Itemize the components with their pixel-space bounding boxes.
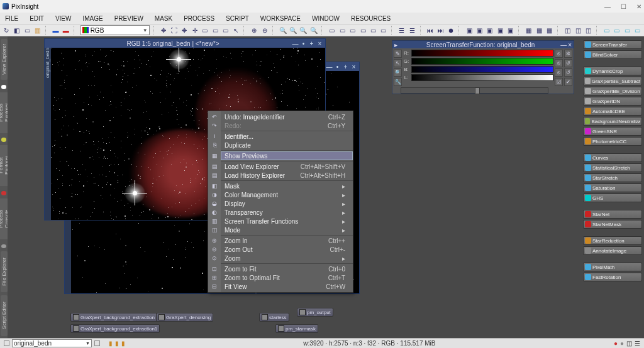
mag3-icon[interactable]: 🔍: [299, 26, 307, 35]
mon3-icon[interactable]: ▭: [623, 26, 631, 35]
process-icon[interactable]: StatisticalStretch: [583, 163, 642, 172]
save-icon[interactable]: ▬: [52, 26, 59, 35]
nav1-icon[interactable]: ⏮: [426, 26, 434, 35]
menu-mask[interactable]: MASK: [155, 15, 172, 22]
mag1-icon[interactable]: 🔍: [279, 26, 286, 35]
tab-script-editor[interactable]: Script Editor: [1, 295, 8, 336]
panel5-icon[interactable]: ▭: [369, 26, 377, 35]
stf-apply-icon[interactable]: ✔: [564, 78, 572, 86]
close-icon[interactable]: ×: [350, 63, 357, 70]
close-icon[interactable]: ×: [568, 41, 572, 48]
ctx-item[interactable]: Zoom InCtrl++: [221, 236, 353, 245]
shade-icon[interactable]: •: [300, 40, 307, 47]
rect-icon[interactable]: ▭: [201, 26, 209, 35]
hist1-icon[interactable]: ☰: [398, 26, 406, 35]
lay4-icon[interactable]: ▣: [496, 26, 504, 35]
panel6-icon[interactable]: ▭: [380, 26, 387, 35]
hist2-icon[interactable]: ☰: [408, 26, 416, 35]
maximize-button[interactable]: ☐: [621, 3, 626, 10]
stf-link2-icon[interactable]: ⎋: [555, 59, 563, 67]
rect3-icon[interactable]: ▭: [222, 26, 230, 35]
minimize-button[interactable]: —: [604, 3, 611, 10]
minimize-icon[interactable]: —: [326, 63, 333, 70]
stf-link-icon[interactable]: ⎋: [555, 50, 563, 58]
rect2-icon[interactable]: ▭: [211, 26, 219, 35]
menu-resources[interactable]: RESOURCES: [351, 15, 391, 22]
lay1-icon[interactable]: ▣: [465, 26, 473, 35]
stf-window[interactable]: ▸ ScreenTransferFunction: original_bedn …: [392, 40, 574, 94]
panel1-icon[interactable]: ▭: [328, 26, 336, 35]
stf-zoom-icon[interactable]: 🔍: [394, 68, 402, 77]
ctx-item[interactable]: Redo: Ctrl+Y: [221, 121, 353, 130]
win3-icon[interactable]: ◫: [584, 26, 592, 35]
ctx-item[interactable]: Mode▸: [221, 226, 353, 234]
stf-channel-row[interactable]: R:: [403, 50, 553, 57]
reset-icon[interactable]: ↻: [3, 26, 10, 35]
ctx-item[interactable]: Zoom to Optimal FitCtrl+T: [221, 273, 353, 282]
stf-channel-row[interactable]: B:: [403, 66, 553, 73]
crosshair-icon[interactable]: ✛: [191, 26, 198, 35]
process-icon[interactable]: FastRotation: [583, 273, 642, 281]
open-icon[interactable]: ▥: [33, 26, 41, 35]
process-icon[interactable]: DynamicCrop: [583, 67, 642, 75]
grid1-icon[interactable]: ▦: [525, 26, 533, 35]
minimize-icon[interactable]: —: [292, 40, 299, 47]
channel-combo[interactable]: ▼: [80, 25, 150, 35]
panel3-icon[interactable]: ▭: [348, 26, 356, 35]
ctx-item[interactable]: Mask▸: [221, 182, 353, 190]
stf-reset-icon[interactable]: ↺: [564, 59, 572, 67]
lay2-icon[interactable]: ▣: [475, 26, 483, 35]
mag4-icon[interactable]: 🔍: [310, 26, 318, 35]
minimized-image-tab[interactable]: starless: [259, 313, 289, 322]
process-icon[interactable]: StarNet: [583, 210, 642, 219]
process-icon[interactable]: AnnotateImage: [583, 246, 642, 255]
pointer-icon[interactable]: ✥: [160, 26, 167, 35]
process-icon[interactable]: GreenSNR: [583, 127, 642, 136]
menu-script[interactable]: SCRIPT: [226, 15, 249, 22]
move-icon[interactable]: ✥: [180, 26, 188, 35]
process-icon[interactable]: PhotometricCC: [583, 137, 642, 146]
status-square-icon[interactable]: [4, 340, 9, 346]
mag2-icon[interactable]: 🔍: [289, 26, 297, 35]
shade-icon[interactable]: —: [560, 41, 567, 48]
stf-gear-icon[interactable]: ✲: [564, 50, 572, 58]
ctx-item[interactable]: Show Previews: [221, 151, 353, 160]
panel2-icon[interactable]: ▭: [338, 26, 346, 35]
ctx-item[interactable]: Load View ExplorerCtrl+Alt+Shift+V: [221, 162, 353, 171]
process-icon[interactable]: BackgroundNeutralization: [583, 117, 642, 126]
stf-reset2-icon[interactable]: ↺: [564, 68, 572, 77]
grid3-icon[interactable]: ▦: [545, 26, 553, 35]
process-icon[interactable]: StarStretch: [583, 173, 642, 182]
minimized-image-tab[interactable]: GraXpert_background_extraction1: [70, 324, 160, 333]
imgwin-titlebar[interactable]: RGB 1:5 original_bedn | <*new*> — • + ×: [45, 39, 325, 48]
menu-view[interactable]: VIEW: [55, 15, 72, 22]
menu-image[interactable]: IMAGE: [82, 15, 103, 22]
process-icon[interactable]: GraXpertDN: [583, 97, 642, 106]
menu-preview[interactable]: PREVIEW: [114, 15, 143, 22]
minimized-image-tab[interactable]: pm_starmask: [275, 324, 318, 333]
process-icon[interactable]: StarNetMask: [583, 220, 642, 229]
nav2-icon[interactable]: ⏭: [437, 26, 445, 35]
process-icon[interactable]: AutomaticDBE: [583, 107, 642, 116]
window-icon[interactable]: ▭: [23, 26, 31, 35]
stf-channel-row[interactable]: L:: [403, 74, 553, 81]
status-pane-icon[interactable]: ◫: [626, 340, 632, 347]
cursor-icon[interactable]: ↖: [232, 26, 240, 35]
ctx-item[interactable]: Zoom to FitCtrl+0: [221, 264, 353, 273]
ctx-item[interactable]: Duplicate: [221, 141, 353, 150]
zoomout-icon[interactable]: ⊖: [260, 26, 268, 35]
mon2-icon[interactable]: ▭: [613, 26, 621, 35]
ctx-item[interactable]: Color Management▸: [221, 190, 353, 199]
minimized-image-tab[interactable]: GraXpert_denoising: [156, 313, 213, 322]
nav3-icon[interactable]: ⏺: [447, 26, 455, 35]
tab-file-explorer[interactable]: File Explorer: [1, 251, 8, 292]
mon1-icon[interactable]: ▭: [602, 26, 610, 35]
lay5-icon[interactable]: ▣: [507, 26, 514, 35]
mon4-icon[interactable]: ▭: [633, 26, 641, 35]
zoomin-icon[interactable]: ⊕: [250, 26, 258, 35]
process-icon[interactable]: ScreenTransfer: [583, 40, 642, 49]
close-icon[interactable]: ×: [316, 40, 323, 47]
status-rec2-icon[interactable]: ●: [620, 340, 624, 347]
stf-pointer-icon[interactable]: ↖: [394, 59, 402, 67]
menu-window[interactable]: WINDOW: [312, 15, 340, 22]
